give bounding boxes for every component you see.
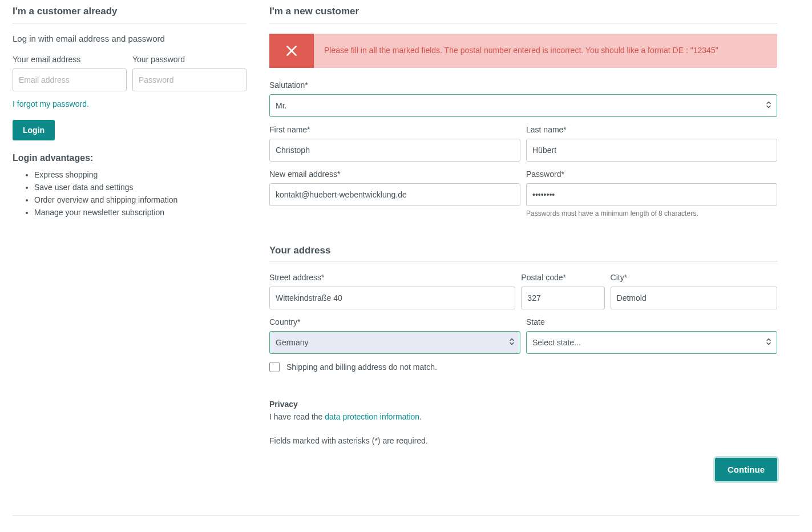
postal-label: Postal code* [521, 273, 604, 282]
login-email-input[interactable] [13, 68, 127, 91]
password-helper-text: Passwords must have a minimum length of … [526, 209, 777, 217]
street-label: Street address* [269, 273, 515, 282]
shipping-mismatch-checkbox[interactable] [269, 362, 280, 372]
firstname-input[interactable] [269, 139, 520, 162]
city-input[interactable] [611, 287, 777, 309]
city-label: City* [611, 273, 777, 282]
salutation-label: Salutation* [269, 80, 777, 90]
login-subtext: Log in with email address and password [13, 34, 247, 43]
list-item: Order overview and shipping information [34, 195, 247, 204]
shipping-mismatch-label: Shipping and billing address do not matc… [286, 362, 437, 372]
firstname-label: First name* [269, 125, 520, 134]
data-protection-link[interactable]: data protection information [325, 412, 419, 421]
postal-input[interactable] [521, 287, 604, 309]
address-heading: Your address [269, 245, 777, 261]
lastname-input[interactable] [526, 139, 777, 162]
error-alert-text: Please fill in all the marked fields. Th… [314, 34, 729, 68]
close-icon [269, 34, 314, 68]
error-alert: Please fill in all the marked fields. Th… [269, 34, 777, 68]
lastname-label: Last name* [526, 125, 777, 134]
login-password-input[interactable] [132, 68, 247, 91]
list-item: Manage your newsletter subscription [34, 208, 247, 217]
register-password-label: Password* [526, 170, 777, 179]
street-input[interactable] [269, 287, 515, 309]
register-email-input[interactable] [269, 183, 520, 206]
register-email-label: New email address* [269, 170, 520, 179]
login-button[interactable]: Login [13, 120, 55, 140]
country-select[interactable]: Germany [269, 331, 520, 354]
list-item: Save user data and settings [34, 183, 247, 192]
advantages-title: Login advantages: [13, 153, 247, 163]
login-heading: I'm a customer already [13, 6, 247, 23]
login-email-label: Your email address [13, 55, 127, 64]
advantages-list: Express shopping Save user data and sett… [13, 170, 247, 217]
login-password-label: Your password [132, 55, 247, 64]
state-select[interactable]: Select state... [526, 331, 777, 354]
privacy-text: I have read the data protection informat… [269, 412, 777, 421]
state-label: State [526, 317, 777, 327]
footer-divider [13, 515, 799, 516]
privacy-title: Privacy [269, 400, 777, 409]
country-label: Country* [269, 317, 520, 327]
continue-button[interactable]: Continue [715, 458, 777, 481]
forgot-password-link[interactable]: I forgot my password. [13, 99, 89, 108]
register-password-input[interactable] [526, 183, 777, 206]
salutation-select[interactable]: Mr. [269, 94, 777, 117]
register-heading: I'm a new customer [269, 6, 777, 23]
list-item: Express shopping [34, 170, 247, 179]
required-fields-note: Fields marked with asterisks (*) are req… [269, 436, 777, 445]
